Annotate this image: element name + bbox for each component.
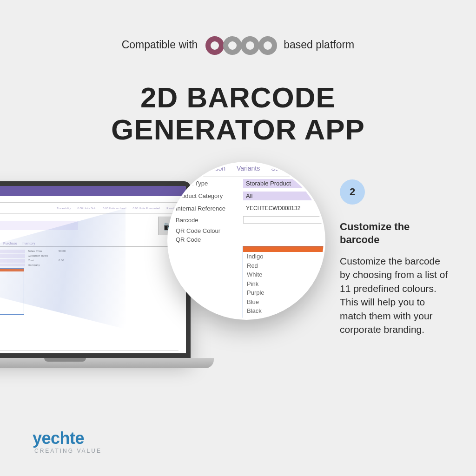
zoom-circle: …mation Variants Sales Purchase …duct Ty…: [167, 162, 325, 320]
colour-option[interactable]: Red: [243, 261, 325, 271]
laptop-base: [0, 358, 214, 368]
val: Storable Product: [0, 250, 25, 253]
internal-notes: Internal Notes This note is only for int…: [0, 350, 178, 358]
lab: QR Code: [176, 236, 243, 243]
colour-option[interactable]: Black: [243, 306, 325, 316]
can-be-sold: Can be Sold: [0, 231, 182, 235]
title-line-2: GENERATOR APP: [0, 113, 476, 145]
brand-name: yechte: [33, 430, 102, 447]
lab: Sales Price: [28, 250, 56, 253]
product-flags: Can be Sold Can be Purchased: [0, 231, 182, 238]
toolbar-item: 0.00 Units Forecasted: [133, 207, 160, 210]
brand-tagline: CREATING VALUE: [34, 448, 102, 454]
zoom-row-barcode: Barcode: [167, 214, 325, 225]
qr-colour-dropdown[interactable]: IndigoRedWhite PinkPurpleBlue BlackGreen…: [0, 268, 24, 315]
colour-option[interactable]: Indigo: [243, 252, 325, 261]
product-form: Product Name Study Table Can be Sold Can…: [0, 214, 186, 358]
zoom-row-product-category: Product Category All: [167, 190, 325, 202]
product-name-label: Product Name: [0, 217, 182, 220]
lab: Customer Taxes: [28, 254, 56, 258]
colour-option[interactable]: Blue: [243, 298, 325, 307]
dropdown-highlight-bar: [243, 246, 325, 252]
colour-option[interactable]: Green: [243, 316, 325, 320]
product-tabs: General Information Variants Sales Purch…: [0, 242, 182, 247]
mini-form: Product Type Storable Product Sales Pric…: [0, 250, 182, 318]
app-toolbar: Traceability 0.00 Units Sold 0.00 Units …: [0, 203, 186, 214]
tab: Sales: [271, 165, 287, 172]
val: All: [0, 254, 25, 258]
lab: QR Code Colour: [176, 227, 243, 234]
lab: Product Category: [176, 192, 243, 199]
feature-heading: Customize the barcode: [340, 220, 449, 246]
tab: Variants: [237, 165, 260, 172]
colour-option[interactable]: Purple: [243, 288, 325, 298]
product-name-value: Study Table: [0, 221, 78, 230]
val: All: [243, 192, 325, 200]
val: 0.00: [59, 259, 86, 263]
feature-body: Customize the barcode by choosing from a…: [340, 254, 449, 336]
zoom-row-qr-colour: QR Code Colour: [167, 225, 325, 236]
lab: Internal Reference: [176, 205, 243, 212]
toolbar-item: 0.00 Units on hand: [103, 207, 126, 210]
app-topbar: [0, 186, 186, 196]
colour-option[interactable]: White: [243, 270, 325, 279]
step-number-badge: 2: [340, 179, 365, 205]
zoom-tabs: …mation Variants Sales Purchase: [167, 162, 325, 177]
can-be-purchased: Can be Purchased: [0, 235, 182, 238]
laptop-screen: Reporting Configuration Traceability 0.0…: [0, 181, 191, 358]
feature-block: 2 Customize the barcode Customize the ba…: [340, 179, 449, 336]
tab-inventory: Inventory: [22, 242, 35, 245]
lab: Cost: [28, 259, 56, 263]
val: Storable Product: [243, 179, 325, 188]
notes-title: Internal Notes: [0, 352, 178, 357]
app-subbar: Reporting Configuration: [0, 196, 186, 203]
val: 50.00: [59, 250, 86, 253]
compatibility-line: Compatible with based platform: [0, 36, 476, 58]
colour-option[interactable]: Pink: [243, 279, 325, 289]
qr-colour-dropdown[interactable]: Indigo Red White Pink Purple Blue Black …: [243, 246, 325, 320]
lab: Barcode: [176, 217, 243, 224]
toolbar-item: 0.00 Units Sold: [78, 207, 97, 210]
zoom-row-qr-code: QR Code: [167, 236, 325, 245]
toolbar-item: Traceability: [57, 207, 71, 210]
val: YECHTECWD008132: [243, 204, 325, 212]
title-line-1: 2D BARCODE: [0, 81, 476, 113]
main-title: 2D BARCODE GENERATOR APP: [0, 81, 476, 146]
lab: Company: [28, 264, 56, 266]
val: YECHTECWD008132: [0, 259, 25, 263]
compat-pre: Compatible with: [122, 39, 198, 51]
odoo-logo: [205, 36, 276, 58]
tab: …mation: [199, 165, 225, 172]
zoom-row-internal-ref: Internal Reference YECHTECWD008132: [167, 202, 325, 214]
barcode-input[interactable]: [243, 216, 325, 224]
compat-post: based platform: [284, 39, 354, 51]
val: [0, 264, 25, 266]
brand-logo: yechte CREATING VALUE: [33, 430, 102, 454]
tab: Purchase: [298, 165, 325, 172]
tab-purchase: Purchase: [3, 242, 17, 245]
